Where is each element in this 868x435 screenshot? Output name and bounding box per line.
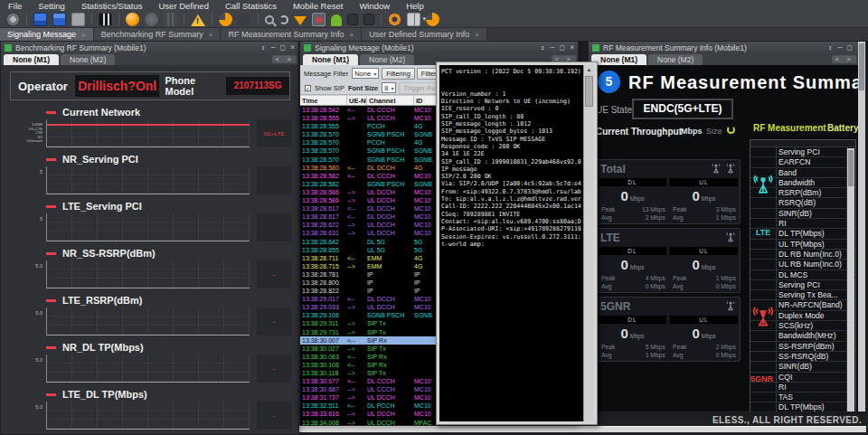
table-row[interactable]: UL RB Num(Inc.0) [750, 260, 855, 270]
table-row[interactable]: Serving Tx Bea... [750, 290, 855, 300]
scrollbar-thumb[interactable] [859, 43, 864, 90]
logging-icon[interactable] [33, 13, 47, 26]
table-row[interactable]: DL MCS [750, 270, 855, 280]
scrollbar-thumb[interactable] [585, 76, 593, 107]
table-row[interactable]: Serving PCI [750, 280, 855, 290]
scroll-up-icon[interactable]: ▲ [584, 67, 594, 72]
menu-item[interactable]: User Defined [150, 0, 216, 12]
mobile-tab[interactable]: None (M1) [4, 54, 59, 65]
android-device-icon[interactable] [331, 14, 342, 26]
table-scrollbar[interactable] [847, 148, 854, 411]
table-row[interactable]: TAS [750, 392, 855, 402]
table-row[interactable]: Serving PCI [750, 147, 855, 157]
separator[interactable] [184, 14, 184, 25]
maximize-icon[interactable]: □ [847, 43, 852, 52]
minimize-icon[interactable]: — [838, 43, 843, 52]
warning-icon[interactable] [191, 14, 205, 26]
message-filter-select[interactable]: None▾ [352, 68, 379, 79]
menu-item[interactable]: Mobile Reset [285, 0, 351, 12]
column-header-channel[interactable]: Channel [367, 96, 414, 105]
minimize-icon[interactable]: — [271, 43, 276, 52]
table-row[interactable]: UL TP(Mbps) [750, 240, 855, 250]
column-header-time[interactable]: Time [300, 96, 347, 105]
settings-icon[interactable] [6, 13, 20, 26]
mobile-tab[interactable]: None (M1) [303, 54, 358, 65]
mobile-tab[interactable]: None (M2) [61, 54, 115, 65]
log-replay-icon[interactable] [52, 13, 66, 26]
menu-item[interactable]: Window [351, 0, 398, 12]
pie-chart-icon[interactable] [426, 13, 439, 26]
record-icon[interactable] [126, 13, 139, 26]
close-icon[interactable]: × [209, 31, 213, 39]
statistics-pie-icon[interactable] [219, 13, 232, 26]
tab-scroll-nav[interactable]: < > [272, 55, 297, 63]
pin-icon[interactable]: ↧ [828, 43, 833, 52]
window-titlebar[interactable]: Signaling Message (Mobile1) ↧ — □ × [300, 42, 578, 53]
minimize-icon[interactable]: — [551, 43, 555, 52]
column-header-id[interactable]: ID [414, 96, 438, 105]
table-row[interactable]: SS-RSRP(dBm) [750, 342, 855, 352]
document-tab[interactable]: User Defined Summary Info× [362, 28, 487, 41]
filter-icon[interactable] [294, 16, 307, 25]
font-size-select[interactable]: 8▾ [382, 82, 396, 93]
document-tab[interactable]: Benchmarking RF Summary× [94, 28, 222, 41]
window-scrollbar[interactable] [858, 42, 865, 411]
close-icon[interactable]: × [475, 31, 479, 39]
maximize-icon[interactable]: □ [280, 43, 285, 52]
close-icon[interactable]: × [570, 43, 574, 52]
table-row[interactable]: SINR(dB) [750, 209, 855, 219]
separator[interactable] [26, 14, 27, 25]
stop-icon[interactable] [145, 13, 158, 26]
menu-item[interactable]: Call Statistics [217, 0, 285, 12]
column-layout-icon[interactable] [407, 13, 420, 26]
search-icon[interactable] [265, 15, 274, 24]
pause-control-icon[interactable] [99, 13, 112, 26]
device-icon[interactable] [347, 14, 358, 25]
pin-icon[interactable]: ↧ [261, 43, 266, 52]
table-row[interactable]: DL RB Num(Inc.0) [750, 250, 855, 260]
pin-icon[interactable]: ↧ [541, 43, 545, 52]
tab-scroll-nav[interactable]: < > [832, 55, 856, 63]
popup-scrollbar[interactable]: ▲ [583, 65, 594, 421]
show-sip-checkbox[interactable]: ✓ [305, 85, 311, 91]
table-row[interactable]: SINR(dB) [750, 362, 855, 372]
refresh-icon[interactable] [727, 126, 735, 134]
mobile-tab[interactable]: None (M2) [360, 54, 414, 65]
refresh-icon[interactable] [279, 15, 288, 24]
menu-item[interactable]: Statistics/Status [73, 0, 151, 12]
separator[interactable] [381, 14, 382, 25]
signaling-message-icon[interactable] [312, 13, 326, 26]
orange-gear-icon[interactable] [388, 13, 401, 26]
horizontal-scrollbar[interactable] [299, 426, 866, 432]
document-icon[interactable] [71, 13, 85, 26]
unit-size-toggle[interactable]: Size [706, 127, 722, 136]
separator[interactable] [258, 14, 259, 25]
unit-mbps-toggle[interactable]: Mbps [681, 127, 703, 136]
window-titlebar[interactable]: Benchmarking RF Summary (Mobile1) ↧ — □ … [1, 42, 298, 53]
menu-item[interactable]: Help [398, 0, 432, 12]
mobile-tab[interactable]: None (M1) [591, 54, 646, 65]
menu-item[interactable]: File [0, 0, 30, 12]
separator[interactable] [91, 14, 92, 25]
notification-icon[interactable] [238, 13, 251, 26]
close-icon[interactable]: × [350, 31, 354, 39]
separator[interactable] [212, 14, 212, 25]
filtering-button[interactable]: Filtering [382, 68, 415, 80]
close-icon[interactable]: × [81, 31, 86, 39]
document-tab[interactable]: Signaling Message× [0, 28, 94, 41]
menu-item[interactable]: Setting [30, 0, 73, 12]
device-2-icon[interactable] [363, 14, 374, 25]
separator[interactable] [118, 14, 119, 25]
close-icon[interactable]: × [290, 43, 295, 52]
table-row[interactable]: EARFCN [750, 157, 855, 167]
scrollbar-thumb[interactable] [848, 150, 854, 186]
table-row[interactable]: RI [750, 383, 855, 392]
table-row[interactable]: SS-RSRQ(dB) [750, 352, 855, 362]
grid-icon[interactable] [164, 13, 177, 26]
maximize-icon[interactable]: □ [560, 43, 564, 52]
window-titlebar[interactable]: RF Measurement Summary Info (Mobile1) ↧ … [589, 42, 865, 53]
tab-rf-measurement[interactable]: RF Measurement [753, 123, 826, 133]
table-row[interactable]: DL TP(Mbps) [750, 402, 855, 411]
document-tab[interactable]: RF Measurement Summary Info× [221, 28, 362, 41]
column-header-uenet[interactable]: UE-NET [347, 96, 367, 105]
